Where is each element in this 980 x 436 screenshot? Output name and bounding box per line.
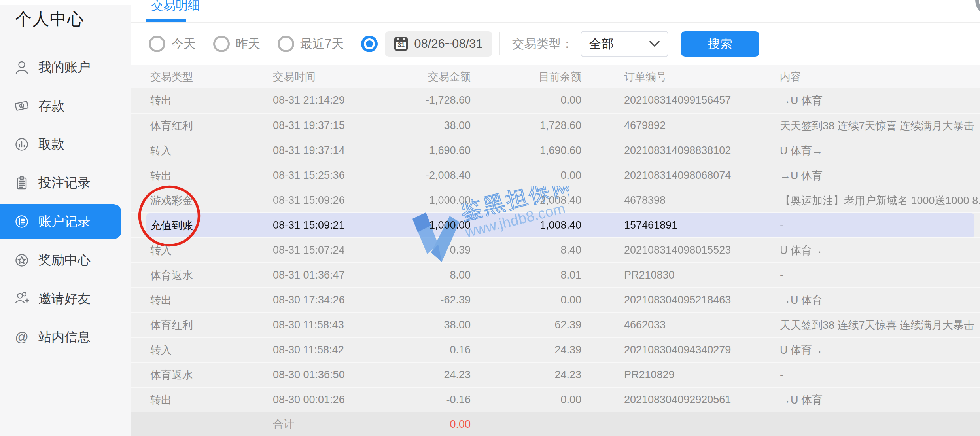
table-row: 转出08-30 00:01:26-0.160.00202108304092920… — [131, 387, 980, 412]
date-range-button[interactable]: 31 08/26~08/31 — [385, 31, 492, 57]
sidebar-item-reward-center[interactable]: 奖励中心 — [0, 241, 121, 279]
radio-custom-range[interactable] — [361, 36, 378, 52]
cell-amount: 0.39 — [384, 244, 471, 256]
sidebar-item-label: 投注记录 — [38, 174, 91, 192]
cell-amount: -1,728.60 — [384, 94, 471, 106]
cell-time: 08-31 15:07:24 — [273, 244, 384, 256]
tab-transaction-details[interactable]: 交易明细 — [151, 0, 200, 14]
cell-order: 202108314098838102 — [581, 144, 768, 157]
radio-today-control[interactable] — [149, 36, 165, 52]
radio-today[interactable]: 今天 — [149, 36, 196, 52]
table-header: 交易类型交易时间交易金额目前余额订单编号内容 — [131, 65, 980, 88]
cell-balance: 0.00 — [471, 169, 581, 182]
cell-order: 202108314099156457 — [581, 94, 768, 106]
cell-time: 08-31 15:25:36 — [273, 169, 384, 182]
radio-label: 最近7天 — [300, 36, 344, 52]
table-row: 转出08-31 21:14:29-1,728.600.0020210831409… — [131, 88, 980, 113]
cell-content: →U 体育 — [768, 93, 980, 108]
cell-amount: -0.16 — [384, 394, 471, 406]
table-row: 转出08-30 17:34:26-62.390.0020210830409521… — [131, 287, 980, 312]
table-row: 游戏彩金08-31 15:09:261,000.002,008.40467839… — [131, 188, 980, 212]
table-row: 体育返水08-30 01:36:5024.2324.23PR210829- — [131, 362, 980, 387]
radio-yesterday-control[interactable] — [213, 36, 230, 52]
cell-balance: 8.40 — [471, 244, 581, 256]
radio-label: 昨天 — [236, 36, 260, 52]
cell-type: 转出 — [131, 93, 273, 108]
col-header-time: 交易时间 — [273, 70, 384, 84]
search-button[interactable]: 搜索 — [681, 31, 759, 57]
cell-balance: 24.39 — [471, 344, 581, 356]
sidebar-item-label: 邀请好友 — [38, 290, 91, 308]
cell-time: 08-31 19:37:15 — [273, 119, 384, 132]
table-row: 转入08-31 19:37:141,690.601,690.6020210831… — [131, 138, 980, 163]
cell-balance: 62.39 — [471, 319, 581, 331]
radio-yesterday[interactable]: 昨天 — [213, 36, 260, 52]
radio-last-7-days[interactable]: 最近7天 — [278, 36, 344, 52]
cell-balance: 24.23 — [471, 369, 581, 381]
tab-label: 交易明细 — [151, 0, 200, 12]
cell-type: 游戏彩金 — [131, 193, 273, 208]
radio-custom-range-control[interactable] — [361, 36, 378, 52]
cell-content: U 体育→ — [768, 243, 980, 258]
radio-last-7-days-control[interactable] — [278, 36, 294, 52]
tab-active-underline — [146, 19, 186, 22]
cell-time: 08-31 21:14:29 — [273, 94, 384, 106]
sidebar-item-invite-friends[interactable]: 邀请好友 — [0, 279, 121, 318]
filter-bar: 今天昨天最近7天 31 08/26~08/31 交易类型： 全部 搜索 — [131, 23, 980, 65]
cell-time: 08-31 19:37:14 — [273, 144, 384, 157]
cell-order: PR210829 — [581, 369, 768, 381]
sidebar: 个人中心 我的账户存款取款投注记录账户记录奖励中心邀请好友@站内信息 — [0, 0, 131, 436]
sidebar-item-deposit[interactable]: 存款 — [0, 87, 121, 125]
tab-bar: 交易明细 — [131, 0, 980, 23]
select-value: 全部 — [589, 36, 614, 52]
sidebar-item-bet-records[interactable]: 投注记录 — [0, 164, 121, 202]
page-title: 个人中心 — [15, 8, 85, 30]
cell-time: 08-31 01:36:47 — [273, 269, 384, 281]
cell-type: 体育返水 — [131, 368, 273, 382]
cell-content: →U 体育 — [768, 169, 980, 183]
sidebar-item-my-account[interactable]: 我的账户 — [0, 48, 121, 87]
table-row: 转入08-30 11:58:420.1624.39202108304094340… — [131, 337, 980, 362]
add-friend-icon — [13, 290, 30, 307]
sidebar-item-label: 我的账户 — [38, 59, 91, 76]
cell-type: 体育红利 — [131, 119, 273, 133]
cell-order: 202108304094340279 — [581, 344, 768, 356]
ledger-circle-icon — [13, 213, 30, 230]
cell-content: →U 体育 — [768, 293, 980, 307]
cell-type: 充值到账 — [131, 218, 273, 233]
vertical-divider — [499, 32, 500, 55]
sidebar-item-label: 取款 — [38, 136, 64, 154]
sidebar-item-account-records[interactable]: 账户记录 — [0, 204, 121, 239]
at-icon: @ — [13, 328, 30, 346]
col-header-type: 交易类型 — [131, 70, 273, 84]
sidebar-item-label: 站内信息 — [38, 328, 91, 346]
radio-label: 今天 — [171, 36, 196, 52]
cell-content: 天天签到38 连续7天惊喜 连续满月大暴击 — [768, 318, 980, 332]
sidebar-item-site-messages[interactable]: @站内信息 — [0, 318, 121, 356]
cell-content: U 体育→ — [768, 144, 980, 158]
col-header-amount: 交易金额 — [384, 70, 471, 84]
cell-balance: 8.01 — [471, 269, 581, 281]
cell-order: 202108304092920561 — [581, 394, 768, 406]
cell-amount: -62.39 — [384, 294, 471, 306]
user-icon — [13, 59, 30, 76]
app: 个人中心 我的账户存款取款投注记录账户记录奖励中心邀请好友@站内信息 交易明细 … — [0, 0, 980, 436]
cell-order: 202108314098015523 — [581, 244, 768, 256]
cell-amount: 1,000.00 — [384, 219, 471, 231]
cell-time: 08-30 01:36:50 — [273, 369, 384, 381]
cell-balance: 2,008.40 — [471, 194, 581, 207]
table-row: 充值到账08-31 15:09:211,000.001,008.40157461… — [131, 212, 980, 237]
sidebar-item-withdraw[interactable]: 取款 — [0, 125, 121, 164]
cell-type: 体育返水 — [131, 268, 273, 282]
transaction-type-select[interactable]: 全部 — [581, 31, 668, 57]
clipboard-icon — [13, 174, 30, 192]
cell-order: PR210830 — [581, 269, 768, 281]
total-label: 合计 — [273, 417, 384, 431]
cell-order: 202108304095218463 — [581, 294, 768, 306]
cell-type: 体育红利 — [131, 318, 273, 332]
cell-time: 08-30 11:58:43 — [273, 319, 384, 331]
cell-type: 转出 — [131, 293, 273, 307]
cell-balance: 0.00 — [471, 394, 581, 406]
cell-type: 转出 — [131, 169, 273, 183]
total-amount: 0.00 — [384, 418, 471, 430]
